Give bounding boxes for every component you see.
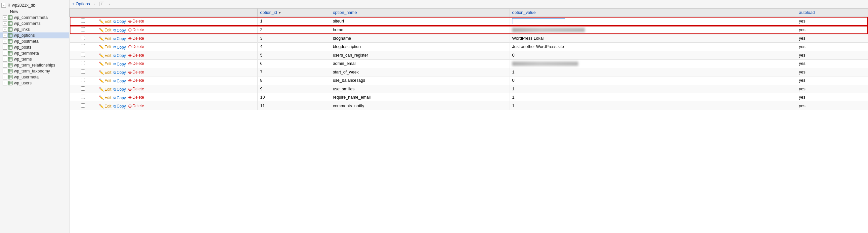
delete-button[interactable]: ⊖ Delete — [128, 69, 144, 75]
sidebar-item-label: wp_term_taxonomy — [14, 69, 50, 74]
copy-button[interactable]: ⧉ Copy — [114, 36, 126, 41]
edit-button[interactable]: ✏️ Edit — [99, 95, 112, 100]
expand-btn[interactable]: + — [3, 75, 7, 80]
sidebar-new-item[interactable]: New — [0, 9, 69, 14]
options-link[interactable]: + Options — [72, 2, 90, 6]
sidebar-item-wp_postmeta[interactable]: +wp_postmeta — [0, 38, 69, 45]
delete-button[interactable]: ⊖ Delete — [128, 95, 144, 100]
expand-btn[interactable]: + — [3, 15, 7, 20]
col-header-option-value[interactable]: option_value — [509, 9, 796, 17]
delete-button[interactable]: ⊖ Delete — [128, 78, 144, 83]
row-checkbox[interactable] — [81, 27, 85, 31]
sidebar-item-wp_users[interactable]: +wp_users — [0, 80, 69, 86]
edit-button[interactable]: ✏️ Edit — [99, 79, 112, 83]
edit-button[interactable]: ✏️ Edit — [99, 36, 112, 41]
main-content: + Options ← T → option_id ▼ option_name — [69, 0, 868, 233]
expand-btn[interactable]: + — [3, 57, 7, 62]
row-option-value[interactable] — [509, 17, 796, 26]
sidebar-item-wp_links[interactable]: +wp_links — [0, 27, 69, 32]
row-checkbox[interactable] — [81, 69, 85, 74]
edit-button[interactable]: ✏️ Edit — [99, 53, 112, 58]
row-checkbox[interactable] — [81, 61, 85, 65]
delete-button[interactable]: ⊖ Delete — [128, 36, 144, 41]
copy-button[interactable]: ⧉ Copy — [114, 104, 126, 109]
expand-btn[interactable]: + — [3, 39, 7, 44]
expand-btn[interactable]: + — [3, 21, 7, 26]
row-checkbox-cell — [70, 93, 96, 102]
edit-button[interactable]: ✏️ Edit — [99, 104, 112, 109]
db-collapse-icon[interactable]: − — [1, 3, 6, 8]
table-row: ✏️ Edit⧉ Copy⊖ Delete1siteurlyes — [70, 17, 868, 26]
expand-btn[interactable]: + — [3, 51, 7, 56]
sidebar-db-root[interactable]: − 🗄 wp2021x_db — [0, 2, 69, 9]
copy-button[interactable]: ⧉ Copy — [114, 53, 126, 58]
row-checkbox[interactable] — [81, 44, 85, 48]
copy-button[interactable]: ⧉ Copy — [114, 70, 126, 75]
table-row: ✏️ Edit⧉ Copy⊖ Delete11comments_notify1y… — [70, 101, 868, 110]
edit-button[interactable]: ✏️ Edit — [99, 70, 112, 75]
sidebar-item-wp_posts[interactable]: +wp_posts — [0, 45, 69, 50]
row-checkbox[interactable] — [81, 95, 85, 99]
sidebar-item-wp_terms[interactable]: +wp_terms — [0, 56, 69, 62]
expand-btn[interactable]: + — [3, 33, 7, 38]
delete-button[interactable]: ⊖ Delete — [128, 86, 144, 92]
sidebar-item-wp_term_relationships[interactable]: +wp_term_relationships — [0, 62, 69, 68]
option-value-input[interactable] — [512, 18, 565, 24]
col-header-option-name[interactable]: option_name — [330, 9, 509, 17]
sidebar-item-label: wp_posts — [14, 45, 31, 50]
copy-button[interactable]: ⧉ Copy — [114, 19, 126, 24]
delete-button[interactable]: ⊖ Delete — [128, 103, 144, 109]
sidebar-item-wp_term_taxonomy[interactable]: +wp_term_taxonomy — [0, 68, 69, 74]
copy-button[interactable]: ⧉ Copy — [114, 62, 126, 66]
row-option-name: require_name_email — [330, 93, 509, 102]
sort-icon[interactable]: T — [99, 2, 104, 6]
expand-btn[interactable]: + — [3, 45, 7, 50]
row-checkbox[interactable] — [81, 86, 85, 91]
arrow-left[interactable]: ← — [93, 1, 99, 7]
row-checkbox[interactable] — [81, 103, 85, 108]
expand-btn[interactable]: + — [3, 63, 7, 67]
blurred-value: admin@hidden-email.com — [512, 62, 578, 66]
expand-btn[interactable]: + — [3, 81, 7, 85]
edit-button[interactable]: ✏️ Edit — [99, 45, 112, 49]
svg-rect-24 — [8, 51, 12, 55]
edit-button[interactable]: ✏️ Edit — [99, 19, 112, 24]
row-checkbox[interactable] — [81, 19, 85, 23]
sidebar-item-wp_usermeta[interactable]: +wp_usermeta — [0, 74, 69, 80]
svg-rect-40 — [8, 75, 12, 79]
sort-arrow-id: ▼ — [278, 11, 281, 14]
copy-button[interactable]: ⧉ Copy — [114, 96, 126, 100]
expand-btn[interactable]: + — [3, 69, 7, 74]
copy-button[interactable]: ⧉ Copy — [114, 28, 126, 33]
sidebar-item-wp_termmeta[interactable]: +wp_termmeta — [0, 50, 69, 56]
delete-button[interactable]: ⊖ Delete — [128, 44, 144, 49]
copy-button[interactable]: ⧉ Copy — [114, 87, 126, 92]
row-id: 5 — [257, 51, 330, 60]
edit-button[interactable]: ✏️ Edit — [99, 62, 112, 66]
sidebar-item-wp_options[interactable]: +wp_options — [0, 32, 69, 38]
sidebar-item-wp_commentmeta[interactable]: +wp_commentmeta — [0, 14, 69, 21]
col-header-option-id[interactable]: option_id ▼ — [257, 9, 330, 17]
delete-button[interactable]: ⊖ Delete — [128, 61, 144, 66]
svg-rect-8 — [8, 27, 12, 31]
delete-button[interactable]: ⊖ Delete — [128, 27, 144, 32]
row-checkbox-cell — [70, 85, 96, 93]
svg-rect-4 — [8, 22, 12, 26]
row-checkbox[interactable] — [81, 78, 85, 82]
row-option-value: 0 — [509, 51, 796, 60]
copy-button[interactable]: ⧉ Copy — [114, 45, 126, 50]
arrow-right[interactable]: → — [106, 1, 112, 7]
edit-button[interactable]: ✏️ Edit — [99, 87, 112, 92]
edit-button[interactable]: ✏️ Edit — [99, 28, 112, 32]
row-checkbox[interactable] — [81, 53, 85, 57]
delete-button[interactable]: ⊖ Delete — [128, 53, 144, 58]
row-checkbox[interactable] — [81, 36, 85, 40]
row-actions-cell: ✏️ Edit⧉ Copy⊖ Delete — [96, 51, 257, 60]
delete-button[interactable]: ⊖ Delete — [128, 19, 144, 24]
row-option-value: 1 — [509, 101, 796, 110]
copy-button[interactable]: ⧉ Copy — [114, 79, 126, 83]
row-actions-cell: ✏️ Edit⧉ Copy⊖ Delete — [96, 60, 257, 68]
col-header-autoload[interactable]: autoload — [796, 9, 868, 17]
expand-btn[interactable]: + — [3, 27, 7, 32]
sidebar-item-wp_comments[interactable]: +wp_comments — [0, 21, 69, 27]
